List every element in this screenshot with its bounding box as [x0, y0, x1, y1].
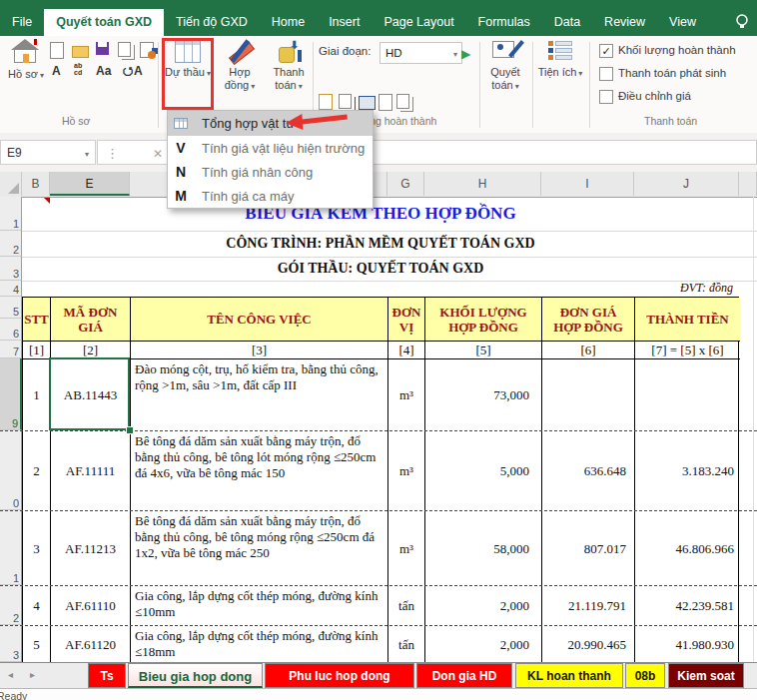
cell-qty[interactable]: 2,000 [425, 626, 542, 663]
row-header-3[interactable]: 3 [0, 257, 22, 281]
sheet-tab-kiem-soat[interactable]: Kiem soat [668, 663, 744, 688]
row-header-9[interactable]: 9 [0, 358, 22, 430]
cell-total[interactable]: 42.239.581 [635, 586, 740, 626]
cell-stt[interactable]: 2 [23, 431, 51, 511]
cell-name[interactable]: Bê tông đá dăm sản xuất bằng máy trộn, đ… [131, 431, 388, 511]
giai-doan-select[interactable]: HD [379, 42, 462, 64]
sheet-tab-bieu-gia-hop-dong[interactable]: Bieu gia hop dong [128, 663, 263, 688]
tab-quyet-toan-gxd[interactable]: Quyết toán GXD [44, 9, 164, 36]
thanh-toan-button[interactable]: ⬇ Thanh toán [265, 39, 313, 113]
header-stt[interactable]: STT [23, 298, 51, 342]
sheet-tab-don-gia-hd[interactable]: Don gia HD [416, 663, 512, 688]
forward-sheet-icon[interactable] [339, 94, 354, 109]
tab-view[interactable]: View [657, 9, 708, 36]
cell-qty[interactable]: 5,000 [425, 431, 542, 511]
cell-total[interactable]: 46.806.966 [635, 511, 740, 586]
menu-item-tinh-gia-ca-may[interactable]: M Tính giá ca máy [168, 184, 373, 208]
sheet-tab-phu-luc-hop-dong[interactable]: Phu luc hop dong [265, 663, 414, 688]
tell-me-lightbulb-icon[interactable] [735, 9, 749, 36]
cell-qty[interactable]: 73,000 [425, 359, 542, 431]
cell-code[interactable]: AF.11111 [51, 431, 131, 511]
new-sheet-icon[interactable] [378, 94, 393, 109]
header-don-gia[interactable]: ĐƠN GIÁ HỢP ĐỒNG [542, 298, 635, 342]
row-header-12[interactable]: 2 [0, 585, 22, 625]
row-header-2[interactable]: 2 [0, 231, 22, 257]
tien-ich-button[interactable]: Tiện ích [536, 39, 584, 113]
cell-stt[interactable]: 5 [23, 626, 51, 663]
tab-file[interactable]: File [0, 9, 44, 36]
checkbox-thanh-toan-phat-sinh[interactable] [599, 67, 613, 81]
hop-dong-button[interactable]: Hợp đồng [216, 39, 264, 113]
ho-so-button[interactable]: Hồ sơ [2, 39, 50, 113]
cell-price[interactable]: 807.017 [542, 511, 635, 586]
index-cell[interactable]: [7] = [5] x [6] [635, 342, 740, 359]
run-stage-icon[interactable] [461, 44, 470, 62]
tab-insert[interactable]: Insert [317, 9, 372, 36]
row-header-11[interactable]: 1 [0, 510, 22, 585]
cell-price[interactable]: 21.119.791 [542, 586, 635, 626]
header-ten-cong-viec[interactable]: TÊN CÔNG VIỆC [131, 298, 388, 342]
book-icon[interactable] [359, 94, 374, 109]
cell-total[interactable]: 3.183.240 [635, 431, 740, 511]
select-all-corner[interactable] [0, 172, 22, 196]
cell-code[interactable]: AF.11213 [51, 511, 131, 586]
menu-item-tinh-gia-vat-lieu[interactable]: V Tính giá vật liệu hiện trường [168, 136, 373, 160]
cell-name[interactable]: Bê tông đá dăm sản xuất bằng máy trộn, đ… [131, 511, 388, 586]
row-header-1[interactable]: 1 [0, 197, 22, 231]
drag-dots-icon[interactable] [106, 144, 119, 162]
cell-total[interactable]: 41.980.930 [635, 626, 740, 663]
tab-review[interactable]: Review [592, 9, 657, 36]
sheet-nav-right-icon[interactable] [30, 669, 35, 680]
index-cell[interactable]: [1] [23, 342, 51, 359]
cell-price[interactable]: 636.648 [542, 431, 635, 511]
cell-stt[interactable]: 4 [23, 586, 51, 626]
cell-code[interactable]: AF.61120 [51, 626, 131, 663]
cell-qty[interactable]: 58,000 [425, 511, 542, 586]
menu-item-tinh-gia-nhan-cong[interactable]: N Tính giá nhân công [168, 160, 373, 184]
name-box-chevron-icon[interactable] [85, 146, 89, 160]
row-header-5[interactable]: 5 [0, 297, 22, 319]
row-header-13[interactable]: 3 [0, 625, 22, 662]
open-folder-icon[interactable] [72, 42, 87, 57]
cancel-icon[interactable] [153, 144, 163, 162]
index-cell[interactable]: [4] [388, 342, 425, 359]
row-header-10[interactable]: 0 [0, 430, 22, 510]
font-case-icon[interactable]: Aa [96, 64, 111, 78]
cell-unit[interactable]: m³ [388, 359, 425, 431]
col-header-B[interactable]: B [22, 172, 50, 196]
cell-name[interactable]: Gia công, lắp dựng cốt thép móng, đường … [131, 626, 388, 663]
cell-qty[interactable]: 2,000 [425, 586, 542, 626]
header-don-vi[interactable]: ĐƠN VỊ [388, 298, 425, 342]
index-cell[interactable]: [6] [542, 342, 635, 359]
cell-unit[interactable]: m³ [388, 431, 425, 511]
col-header-E[interactable]: E [50, 172, 130, 196]
checkbox-khoi-luong-hoan-thanh[interactable] [599, 44, 613, 58]
tab-data[interactable]: Data [542, 9, 592, 36]
row-header-4[interactable]: 4 [0, 281, 22, 297]
cell-stt[interactable]: 1 [23, 359, 51, 431]
duplicate-sheet-icon[interactable] [396, 94, 411, 109]
cell-code-selected[interactable]: AB.11443 [51, 359, 131, 431]
row-header-7[interactable]: 7 [0, 341, 22, 358]
col-header-H[interactable]: H [424, 172, 541, 196]
col-header-G[interactable]: G [387, 172, 424, 196]
rotate-text-icon[interactable]: ⭯A [122, 64, 143, 78]
checkbox-dieu-chinh-gia[interactable] [599, 90, 613, 104]
row-header-6[interactable]: 6 [0, 319, 22, 341]
sheet-tab-08b[interactable]: 08b [625, 663, 665, 688]
cell-name[interactable]: Đào móng cột, trụ, hố kiểm tra, bằng thủ… [131, 359, 388, 431]
new-file-icon[interactable] [50, 42, 65, 57]
cell-unit[interactable]: tấn [388, 626, 425, 663]
fill-handle[interactable] [126, 426, 134, 434]
cell-unit[interactable]: m³ [388, 511, 425, 586]
tab-page-layout[interactable]: Page Layout [372, 9, 465, 36]
sheet-settings-icon[interactable] [140, 42, 155, 57]
format-a-icon[interactable]: A [52, 64, 61, 78]
cell-price[interactable] [542, 359, 635, 431]
col-header-K[interactable] [739, 172, 757, 196]
index-cell[interactable]: [2] [51, 342, 131, 359]
copy-sheet-icon[interactable] [118, 42, 133, 57]
tab-tien-do-gxd[interactable]: Tiến độ GXD [164, 9, 260, 36]
cell-total[interactable] [635, 359, 740, 431]
col-header-J[interactable]: J [634, 172, 739, 196]
